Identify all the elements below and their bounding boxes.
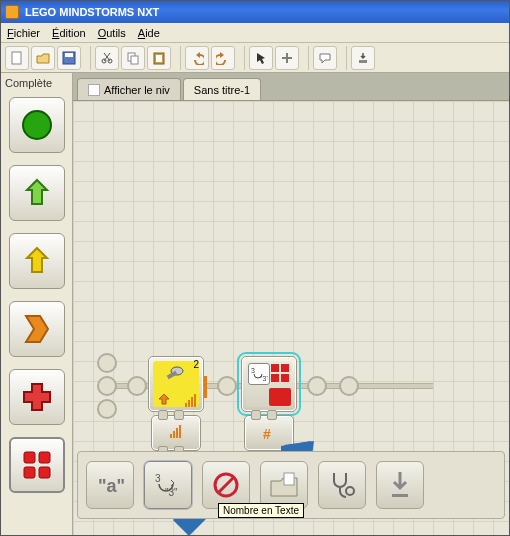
palette-sidebar: Complète <box>1 73 73 535</box>
no-entry-icon <box>211 470 241 500</box>
num-to-text-button[interactable]: 3"3" <box>144 461 192 509</box>
copy-button[interactable] <box>121 46 145 70</box>
numtext-data-hub-num[interactable]: # <box>244 415 294 451</box>
titlebar: LEGO MINDSTORMS NXT <box>1 1 509 23</box>
level-bars-icon <box>185 393 199 407</box>
svg-point-11 <box>23 111 51 139</box>
beam-node <box>307 376 327 396</box>
orange-chevron-icon <box>20 312 54 346</box>
reset-button[interactable] <box>376 461 424 509</box>
palette-flow-button[interactable] <box>9 301 65 357</box>
paste-button[interactable] <box>147 46 171 70</box>
text-block-button[interactable]: "a" <box>86 461 134 509</box>
palette-advanced-button[interactable] <box>9 437 65 493</box>
svg-rect-23 <box>281 374 289 382</box>
red-tag-icon <box>269 388 291 406</box>
text-a-icon: "a" <box>95 472 125 498</box>
toolbar <box>1 43 509 73</box>
new-file-button[interactable] <box>5 46 29 70</box>
svg-text:"3": "3" <box>165 487 178 498</box>
tab-sans-titre-1[interactable]: Sans titre-1 <box>183 78 261 100</box>
menu-edit[interactable]: Édition <box>52 27 86 39</box>
svg-line-35 <box>218 477 234 493</box>
palette-common-button[interactable] <box>9 97 65 153</box>
svg-point-9 <box>286 57 288 59</box>
body: Complète <box>1 73 509 535</box>
comment-tool-button[interactable] <box>313 46 337 70</box>
open-button[interactable] <box>31 46 55 70</box>
svg-rect-13 <box>39 452 50 463</box>
red-grid-icon <box>20 448 54 482</box>
level-bars-icon <box>170 424 184 438</box>
svg-text:3: 3 <box>155 473 161 484</box>
beam-node <box>127 376 147 396</box>
red-grid-icon <box>271 364 291 384</box>
svg-point-37 <box>346 487 354 495</box>
svg-rect-22 <box>271 374 279 382</box>
window-title: LEGO MINDSTORMS NXT <box>25 6 159 18</box>
svg-rect-12 <box>24 452 35 463</box>
app-window: LEGO MINDSTORMS NXT Fichier Édition Outi… <box>0 0 510 536</box>
num-to-text-icon: 3"3" <box>153 470 183 500</box>
palette-action-button[interactable] <box>9 165 65 221</box>
sound-sensor-block[interactable]: 2 <box>148 356 204 412</box>
program-canvas[interactable]: 2 3"3" <box>73 101 509 535</box>
palette-label: Complète <box>1 75 56 91</box>
svg-rect-8 <box>156 55 162 62</box>
svg-rect-38 <box>392 494 408 497</box>
yellow-arrow-up-icon <box>20 244 54 278</box>
beam-node <box>97 353 117 373</box>
svg-text:"3": "3" <box>260 375 268 382</box>
canvas-area: Afficher le niv Sans titre-1 <box>73 73 509 535</box>
pointer-tool-button[interactable] <box>249 46 273 70</box>
block-palette-bar: "a" 3"3" <box>77 451 505 519</box>
sound-data-hub[interactable] <box>151 415 201 451</box>
svg-text:3: 3 <box>251 367 255 374</box>
cut-button[interactable] <box>95 46 119 70</box>
svg-text:#: # <box>263 426 271 442</box>
download-button[interactable] <box>351 46 375 70</box>
pan-tool-button[interactable] <box>275 46 299 70</box>
svg-rect-10 <box>359 60 367 63</box>
svg-rect-20 <box>271 364 279 372</box>
svg-rect-14 <box>24 467 35 478</box>
green-circle-icon <box>20 108 54 142</box>
menu-help[interactable]: Aide <box>138 27 160 39</box>
tab-afficher-niv[interactable]: Afficher le niv <box>77 78 181 100</box>
number-to-text-block[interactable]: 3"3" <box>241 356 297 412</box>
red-plus-icon <box>20 380 54 414</box>
stethoscope-icon <box>326 469 358 501</box>
menu-file[interactable]: Fichier <box>7 27 40 39</box>
open-folder-icon <box>268 471 300 499</box>
tab-strip: Afficher le niv Sans titre-1 <box>73 73 509 101</box>
calibrate-button[interactable] <box>318 461 366 509</box>
beam-node <box>339 376 359 396</box>
keep-alive-button[interactable] <box>202 461 250 509</box>
palette-sensor-button[interactable] <box>9 233 65 289</box>
svg-rect-15 <box>39 467 50 478</box>
svg-rect-2 <box>65 53 73 57</box>
palette-data-button[interactable] <box>9 369 65 425</box>
redo-button[interactable] <box>211 46 235 70</box>
beam-node <box>97 399 117 419</box>
svg-rect-36 <box>284 473 294 485</box>
undo-button[interactable] <box>185 46 209 70</box>
svg-rect-21 <box>281 364 289 372</box>
beam-node <box>97 376 117 396</box>
num-to-text-icon: 3"3" <box>250 365 268 383</box>
tab-icon <box>88 84 100 96</box>
svg-rect-6 <box>131 56 138 64</box>
green-arrow-up-icon <box>20 176 54 210</box>
app-icon <box>5 5 19 19</box>
menu-tools[interactable]: Outils <box>98 27 126 39</box>
file-access-button[interactable] <box>260 461 308 509</box>
save-button[interactable] <box>57 46 81 70</box>
svg-rect-0 <box>12 52 21 64</box>
arrow-up-small-icon <box>157 393 171 405</box>
menubar: Fichier Édition Outils Aide <box>1 23 509 43</box>
microphone-icon <box>159 363 189 393</box>
tooltip: Nombre en Texte <box>218 503 304 518</box>
beam-node <box>217 376 237 396</box>
svg-text:"a": "a" <box>98 476 125 496</box>
download-arrow-icon <box>386 470 414 500</box>
